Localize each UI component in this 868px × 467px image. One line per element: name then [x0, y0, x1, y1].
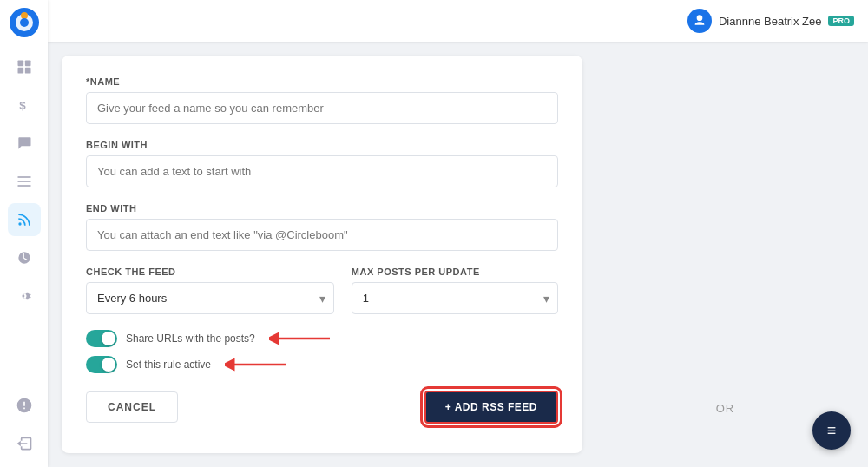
arrow-annotation-2: [225, 356, 294, 373]
arrow-annotation-1: [269, 330, 339, 347]
fab-icon: ≡: [827, 422, 837, 440]
app-logo[interactable]: [9, 7, 40, 38]
svg-rect-7: [24, 68, 30, 74]
svg-rect-11: [17, 185, 30, 187]
svg-rect-4: [17, 61, 23, 67]
svg-text:$: $: [19, 99, 26, 112]
set-rule-toggle[interactable]: [86, 356, 117, 373]
max-posts-select[interactable]: 1 2 3 5 10: [352, 282, 558, 314]
sidebar-item-help[interactable]: [8, 389, 41, 422]
user-avatar: [687, 9, 712, 33]
svg-point-12: [18, 222, 21, 225]
svg-point-3: [20, 18, 29, 27]
name-input[interactable]: [86, 92, 558, 124]
sidebar-item-rss[interactable]: [8, 203, 41, 236]
set-rule-toggle-row: Set this rule active: [86, 356, 558, 373]
name-label: *NAME: [86, 76, 558, 87]
max-posts-group: MAX POSTS PER UPDATE 1 2 3 5 10 ▾: [352, 266, 558, 314]
right-panel: OR: [582, 42, 868, 467]
pro-badge: PRO: [828, 16, 854, 26]
share-urls-toggle[interactable]: [86, 330, 117, 347]
rss-form-panel: *NAME BEGIN WITH END WITH CHECK THE FEED: [62, 56, 582, 453]
sidebar-item-list[interactable]: [8, 165, 41, 198]
sidebar-item-history[interactable]: [8, 241, 41, 274]
cancel-button[interactable]: CANCEL: [86, 391, 178, 423]
max-posts-select-wrapper: 1 2 3 5 10 ▾: [352, 282, 558, 314]
svg-rect-5: [24, 61, 30, 67]
sidebar-item-dashboard[interactable]: [8, 50, 41, 83]
main-content: Diannne Beatrix Zee PRO *NAME BEGIN WITH…: [48, 0, 868, 467]
check-feed-select[interactable]: Every 6 hours Every 12 hours Every 24 ho…: [86, 282, 334, 314]
svg-rect-10: [17, 181, 30, 182]
svg-point-2: [21, 12, 28, 19]
end-with-input[interactable]: [86, 219, 558, 251]
sidebar-item-billing[interactable]: $: [8, 89, 41, 122]
check-feed-select-wrapper: Every 6 hours Every 12 hours Every 24 ho…: [86, 282, 334, 314]
share-urls-label: Share URLs with the posts?: [126, 332, 255, 345]
sidebar-item-messages[interactable]: [8, 127, 41, 160]
user-name: Diannne Beatrix Zee: [719, 15, 822, 28]
fab-menu[interactable]: ≡: [812, 411, 851, 450]
end-with-field-group: END WITH: [86, 203, 558, 251]
name-field-group: *NAME: [86, 76, 558, 124]
begin-with-input[interactable]: [86, 155, 558, 187]
user-menu[interactable]: Diannne Beatrix Zee PRO: [687, 9, 854, 33]
svg-rect-6: [17, 68, 23, 74]
sidebar-item-logout[interactable]: [8, 427, 41, 460]
begin-with-field-group: BEGIN WITH: [86, 140, 558, 187]
share-urls-toggle-row: Share URLs with the posts?: [86, 330, 558, 347]
content-area: *NAME BEGIN WITH END WITH CHECK THE FEED: [48, 42, 868, 467]
max-posts-label: MAX POSTS PER UPDATE: [352, 266, 558, 277]
add-rss-feed-button[interactable]: + ADD RSS FEED: [424, 391, 558, 424]
svg-rect-9: [17, 176, 30, 178]
begin-with-label: BEGIN WITH: [86, 140, 558, 150]
feed-settings-row: CHECK THE FEED Every 6 hours Every 12 ho…: [86, 266, 558, 314]
end-with-label: END WITH: [86, 203, 558, 214]
check-feed-label: CHECK THE FEED: [86, 266, 334, 277]
form-actions: CANCEL + ADD RSS FEED: [86, 391, 558, 424]
set-rule-label: Set this rule active: [126, 358, 211, 371]
sidebar-item-settings[interactable]: [8, 280, 41, 312]
or-divider: OR: [716, 402, 735, 415]
sidebar: $: [0, 0, 48, 467]
topbar: Diannne Beatrix Zee PRO: [48, 0, 868, 42]
check-feed-group: CHECK THE FEED Every 6 hours Every 12 ho…: [86, 266, 334, 314]
